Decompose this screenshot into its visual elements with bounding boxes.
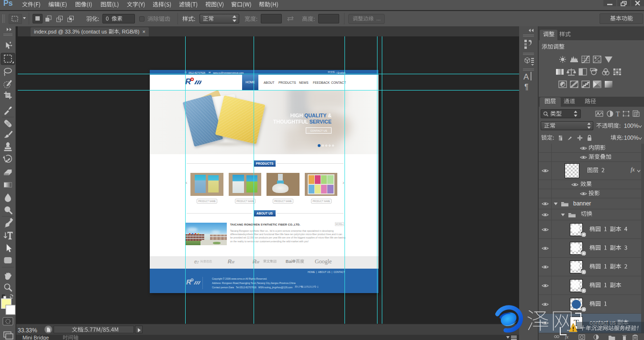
svg-text:¶: ¶ [524,83,529,91]
svg-text:T: T [616,111,620,118]
svg-text:R: R [185,77,191,86]
svg-text:fx: fx [565,334,569,340]
svg-text:A: A [523,72,529,81]
svg-text:R: R [186,278,191,286]
